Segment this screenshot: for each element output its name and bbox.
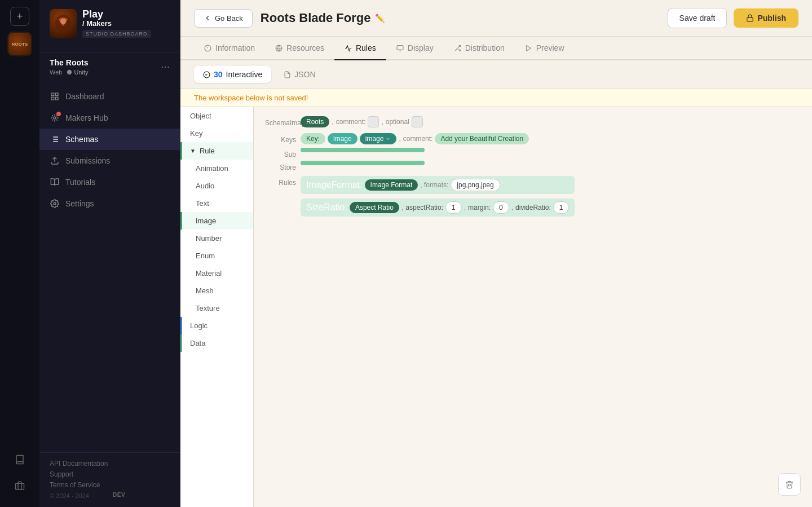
schema-image-row: SchemaImage: Roots , comment: , optional: [265, 116, 801, 127]
tree-item-key[interactable]: Key: [180, 125, 253, 142]
schema-tree: Object Key ▼ Rule Animation Audio Text I…: [180, 107, 254, 507]
svg-point-3: [67, 70, 72, 74]
comma-sep-1: ,: [332, 118, 333, 126]
svg-rect-6: [55, 97, 58, 100]
comment-value-chip[interactable]: Add your Beautiful Creation: [435, 133, 529, 144]
tab-resources[interactable]: Resources: [265, 37, 334, 60]
tree-item-enum[interactable]: Enum: [180, 247, 253, 264]
image-format-chip[interactable]: Image Format: [365, 179, 418, 191]
image-key-chip[interactable]: image: [328, 133, 358, 144]
tree-item-image[interactable]: Image: [180, 212, 253, 230]
aspect-ratio-key-label: aspectRatio:: [405, 204, 443, 211]
topbar: Go Back Roots Blade Forge ✏️ Save draft …: [180, 0, 812, 37]
svg-point-8: [54, 117, 56, 119]
divideratio-value-chip[interactable]: 1: [553, 201, 570, 214]
tab-information[interactable]: Information: [194, 37, 265, 60]
aspect-ratio-comma: ,: [401, 204, 403, 211]
tree-item-number[interactable]: Number: [180, 230, 253, 247]
copyright-text: © 2024 - 2024: [50, 492, 170, 499]
tree-item-logic[interactable]: Logic: [180, 317, 253, 334]
svg-rect-17: [747, 17, 753, 21]
workspace-menu-button[interactable]: ⋯: [161, 61, 170, 72]
schema-icon: [50, 134, 60, 144]
sub-tabs: 30 Interactive JSON: [180, 60, 812, 89]
tree-item-rule[interactable]: ▼ Rule: [180, 142, 253, 160]
icon-strip: + ROOTS: [0, 0, 39, 507]
tree-item-object[interactable]: Object: [180, 107, 253, 125]
image-dropdown-chip[interactable]: image: [360, 133, 397, 144]
topbar-right: Save draft Publish: [668, 8, 798, 28]
app-logo[interactable]: ROOTS: [7, 32, 32, 56]
aspect-ratio-value-chip[interactable]: 1: [445, 201, 462, 214]
tutorial-icon: [50, 177, 60, 187]
sub-tab-interactive-label: Interactive: [226, 70, 263, 79]
workspace-name: The Roots: [50, 58, 88, 67]
store-row: Store: [265, 161, 801, 171]
sidebar-item-label-tutorials: Tutorials: [65, 178, 95, 187]
sub-tab-json[interactable]: JSON: [275, 66, 324, 83]
margin-value-chip[interactable]: 0: [493, 201, 509, 214]
margin-comma: ,: [464, 204, 466, 211]
page-title: Roots Blade Forge ✏️: [261, 11, 385, 25]
sidebar-item-dashboard[interactable]: Dashboard: [39, 86, 180, 107]
brand-logo: [50, 9, 77, 38]
tree-item-texture[interactable]: Texture: [180, 299, 253, 317]
sub-label: Sub: [265, 148, 296, 158]
formats-value-chip[interactable]: jpg,png,jpeg: [451, 179, 500, 191]
optional-chip[interactable]: [412, 116, 423, 127]
tab-display-label: Display: [408, 43, 434, 52]
divideratio-key-label: divideRatio:: [515, 204, 551, 211]
sidebar-nav: Dashboard Makers Hub Schemas Submissions: [39, 81, 180, 452]
roots-chip[interactable]: Roots: [301, 116, 329, 127]
comment-chip-1[interactable]: [368, 116, 379, 127]
sub-tab-interactive[interactable]: 30 Interactive: [194, 66, 271, 83]
icon-strip-top: + ROOTS: [7, 7, 32, 56]
svg-rect-4: [51, 93, 54, 96]
sidebar-item-submissions[interactable]: Submissions: [39, 150, 180, 171]
tab-distribution[interactable]: Distribution: [444, 37, 515, 60]
delete-button[interactable]: [778, 473, 801, 496]
tree-item-material[interactable]: Material: [180, 264, 253, 282]
interactive-count: 30: [214, 70, 223, 79]
tab-display[interactable]: Display: [386, 37, 444, 60]
settings-icon: [50, 199, 60, 209]
tab-rules[interactable]: Rules: [334, 37, 386, 60]
comment-label-2: comment:: [403, 135, 433, 143]
sidebar-footer: API Documentation Support Terms of Servi…: [39, 452, 180, 507]
workspace-left: The Roots Web Unity: [50, 58, 88, 76]
add-workspace-button[interactable]: +: [10, 7, 29, 26]
svg-rect-5: [55, 93, 58, 96]
store-label: Store: [265, 161, 296, 171]
support-link[interactable]: Support: [50, 470, 170, 478]
formats-label: , formats:: [420, 181, 448, 189]
publish-button[interactable]: Publish: [734, 8, 798, 28]
terms-link[interactable]: Terms of Service: [50, 481, 170, 489]
warning-bar: The workspace below is not saved!: [180, 89, 812, 107]
tab-resources-label: Resources: [286, 43, 324, 52]
divideratio-comma: ,: [511, 204, 513, 211]
sidebar-item-settings[interactable]: Settings: [39, 193, 180, 214]
package-icon[interactable]: [11, 477, 29, 495]
rules-row: Rules ImageFormat: Image Format , format…: [265, 176, 801, 218]
tree-item-text[interactable]: Text: [180, 195, 253, 212]
brand-text: Play / Makers STUDIO DASHBOARD: [82, 9, 151, 38]
tree-item-data[interactable]: Data: [180, 334, 253, 352]
book-icon[interactable]: [11, 451, 29, 469]
tab-preview[interactable]: Preview: [515, 37, 575, 60]
edit-title-icon[interactable]: ✏️: [375, 14, 385, 23]
comma-sep-3: ,: [399, 135, 400, 143]
aspect-ratio-chip[interactable]: Aspect Ratio: [350, 202, 399, 213]
sidebar-item-makers-hub[interactable]: Makers Hub: [39, 107, 180, 129]
warning-highlight: not saved!: [274, 94, 308, 102]
api-docs-link[interactable]: API Documentation: [50, 460, 170, 468]
sidebar-header: Play / Makers STUDIO DASHBOARD: [39, 0, 180, 44]
sub-row: Sub: [265, 148, 801, 158]
save-draft-button[interactable]: Save draft: [668, 8, 727, 28]
sidebar-item-tutorials[interactable]: Tutorials: [39, 171, 180, 193]
go-back-button[interactable]: Go Back: [194, 9, 253, 28]
sidebar-item-schemas[interactable]: Schemas: [39, 129, 180, 150]
tree-item-audio[interactable]: Audio: [180, 177, 253, 195]
tree-item-animation[interactable]: Animation: [180, 160, 253, 177]
tree-item-mesh[interactable]: Mesh: [180, 282, 253, 299]
image-format-rule: ImageFormat: Image Format , formats: jpg…: [301, 176, 575, 194]
